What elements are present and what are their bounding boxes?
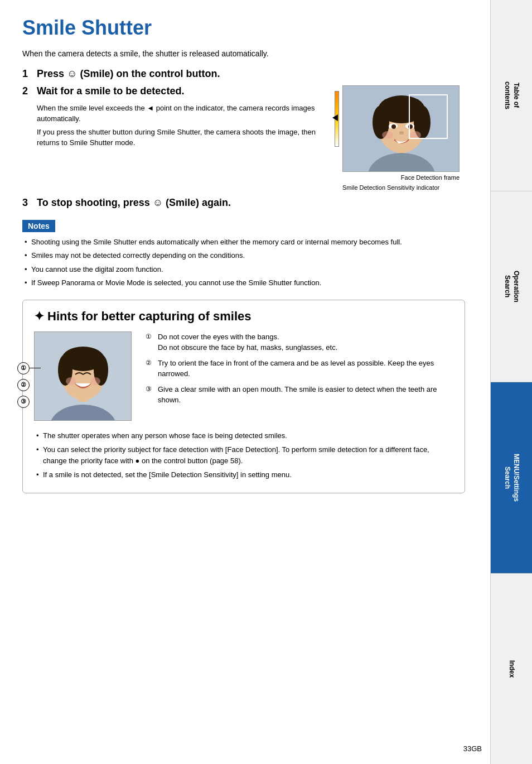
- hint-marker-3: ③: [17, 396, 30, 408]
- hint-bullet-1: The shutter operates when any person who…: [34, 430, 453, 441]
- page-title: Smile Shutter: [22, 17, 465, 39]
- svg-point-9: [391, 124, 396, 129]
- hint-bullet-3: If a smile is not detected, set the [Smi…: [34, 469, 453, 480]
- hints-photo-svg: [35, 332, 132, 421]
- sidebar-tab-toc-label: Table ofcontents: [502, 81, 520, 109]
- sidebar-tab-toc[interactable]: Table ofcontents: [490, 0, 532, 191]
- hint-text-3: Give a clear smile with an open mouth. T…: [158, 385, 437, 405]
- face-detection-box: [409, 94, 448, 139]
- hints-title: ✦ Hints for better capturing of smiles: [34, 309, 453, 324]
- notes-header: Notes: [22, 220, 55, 232]
- step-2: 2 Wait for a smile to be detected.: [22, 85, 331, 97]
- hints-content: ① ② ③: [34, 331, 453, 422]
- hint-marker-2: ②: [17, 379, 30, 391]
- hint-bullet-2: You can select the priority subject for …: [34, 444, 453, 466]
- hints-title-text: Hints for better capturing of smiles: [47, 309, 252, 324]
- svg-point-11: [399, 131, 404, 134]
- sidebar-tab-operation-label: OperationSearch: [502, 271, 520, 302]
- step-2-text: Wait for a smile to be detected.: [37, 85, 184, 97]
- note-item: Shooting using the Smile Shutter ends au…: [22, 237, 465, 248]
- note-item: You cannot use the digital zoom function…: [22, 264, 465, 275]
- intro-text: When the camera detects a smile, the shu…: [22, 49, 465, 58]
- hint-text-1: Do not cover the eyes with the bangs.Do …: [158, 333, 337, 352]
- step-2-desc-1: When the smile level exceeds the ◄ point…: [37, 103, 331, 124]
- sidebar: Table ofcontents OperationSearch MENU/Se…: [490, 0, 532, 764]
- hints-box: ✦ Hints for better capturing of smiles ①…: [22, 300, 465, 493]
- camera-image: [342, 85, 460, 172]
- step-3-number: 3: [22, 197, 32, 209]
- hint-item-3: ③ Give a clear smile with an open mouth.…: [146, 384, 453, 406]
- sidebar-tab-index-label: Index: [507, 660, 516, 677]
- step-2-number: 2: [22, 85, 32, 97]
- sidebar-tab-menu[interactable]: MENU/SettingsSearch: [490, 382, 532, 574]
- step-2-block: 2 Wait for a smile to be detected. When …: [22, 85, 465, 191]
- hints-image: ① ② ③: [34, 331, 134, 422]
- face-detection-label: Face Detection frame: [342, 174, 460, 181]
- svg-point-21: [66, 377, 76, 385]
- page-number: 33GB: [463, 744, 482, 753]
- hint-item-1: ① Do not cover the eyes with the bangs.D…: [146, 331, 453, 353]
- hint-num-2: ②: [146, 358, 152, 368]
- step-1-number: 1: [22, 68, 32, 80]
- hint-marker-1: ①: [17, 362, 30, 374]
- step-1-text: Press ☺ (Smile) on the control button.: [37, 68, 220, 80]
- svg-point-22: [90, 377, 100, 385]
- step-2-image-area: Face Detection frame Smile Detection Sen…: [342, 85, 465, 191]
- note-item: Smiles may not be detected correctly dep…: [22, 250, 465, 261]
- hint-text-2: Try to orient the face in front of the c…: [158, 359, 434, 378]
- hints-photo: [34, 331, 132, 421]
- step-3-text: To stop shooting, press ☺ (Smile) again.: [37, 197, 231, 209]
- sidebar-tab-index[interactable]: Index: [490, 574, 532, 765]
- note-item: If Sweep Panorama or Movie Mode is selec…: [22, 277, 465, 289]
- hints-icon: ✦: [34, 309, 44, 324]
- hints-bullets: The shutter operates when any person who…: [34, 430, 453, 480]
- step-3: 3 To stop shooting, press ☺ (Smile) agai…: [22, 197, 465, 209]
- step-2-desc-2: If you press the shutter button during S…: [37, 127, 331, 148]
- hint-num-1: ①: [146, 331, 152, 342]
- hint-num-3: ③: [146, 384, 152, 394]
- sensitivity-label: Smile Detection Sensitivity indicator: [342, 184, 460, 191]
- hint-item-2: ② Try to orient the face in front of the…: [146, 358, 453, 379]
- sidebar-tab-operation[interactable]: OperationSearch: [490, 191, 532, 383]
- notes-section: Notes Shooting using the Smile Shutter e…: [22, 220, 465, 289]
- notes-list: Shooting using the Smile Shutter ends au…: [22, 237, 465, 289]
- svg-point-12: [382, 131, 393, 139]
- sidebar-tab-menu-label: MENU/SettingsSearch: [502, 454, 520, 502]
- step-1: 1 Press ☺ (Smile) on the control button.: [22, 68, 465, 80]
- hints-right: ① Do not cover the eyes with the bangs.D…: [146, 331, 453, 422]
